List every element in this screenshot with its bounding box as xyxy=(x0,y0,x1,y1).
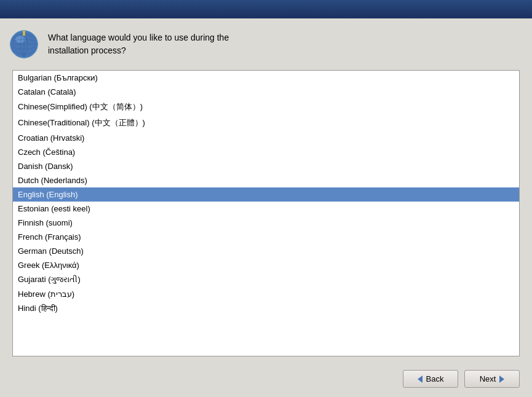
language-item[interactable]: Dutch (Nederlands) xyxy=(13,173,519,187)
language-item[interactable]: Chinese(Simplified) (中文（简体）) xyxy=(13,99,519,115)
language-item[interactable]: Finnish (suomi) xyxy=(13,216,519,230)
language-item[interactable]: Chinese(Traditional) (中文（正體）) xyxy=(13,115,519,131)
language-list[interactable]: Bulgarian (Български)Catalan (Català)Chi… xyxy=(13,71,519,356)
language-list-container: Bulgarian (Български)Catalan (Català)Chi… xyxy=(12,70,520,356)
content-area: Bulgarian (Български)Catalan (Català)Chi… xyxy=(0,70,532,363)
language-item[interactable]: German (Deutsch) xyxy=(13,244,519,258)
language-item[interactable]: Greek (Ελληνικά) xyxy=(13,258,519,272)
language-item[interactable]: Gujarati (ગુજરાતી) xyxy=(13,272,519,287)
language-item[interactable]: Estonian (eesti keel) xyxy=(13,202,519,216)
back-label: Back xyxy=(426,374,444,383)
language-item[interactable]: French (Français) xyxy=(13,230,519,244)
next-arrow-icon xyxy=(499,375,504,383)
svg-rect-7 xyxy=(23,31,25,36)
back-arrow-icon xyxy=(418,375,423,383)
language-item[interactable]: Catalan (Català) xyxy=(13,85,519,99)
language-item[interactable]: Hebrew (עברית) xyxy=(13,287,519,301)
next-button[interactable]: Next xyxy=(464,370,520,388)
back-button[interactable]: Back xyxy=(403,370,458,388)
language-item[interactable]: Croatian (Hrvatski) xyxy=(13,131,519,145)
main-container: What language would you like to use duri… xyxy=(0,18,532,397)
language-item[interactable]: Bulgarian (Български) xyxy=(13,71,519,85)
next-label: Next xyxy=(480,374,496,383)
globe-icon xyxy=(9,29,39,59)
top-bar xyxy=(0,0,532,18)
footer-section: Back Next xyxy=(0,363,532,397)
language-item[interactable]: Czech (Čeština) xyxy=(13,145,519,159)
language-item[interactable]: Hindi (हिन्दी) xyxy=(13,301,519,316)
header-section: What language would you like to use duri… xyxy=(0,18,532,70)
header-text: What language would you like to use duri… xyxy=(48,31,229,57)
language-item[interactable]: Danish (Dansk) xyxy=(13,159,519,173)
language-item[interactable]: English (English) xyxy=(13,187,519,202)
